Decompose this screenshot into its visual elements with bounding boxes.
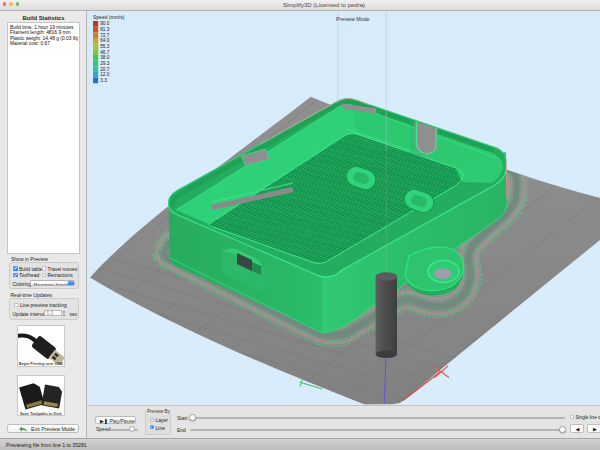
svg-text:90.0: 90.0: [100, 21, 110, 26]
svg-text:81.3: 81.3: [100, 27, 110, 32]
svg-text:20.7: 20.7: [100, 66, 110, 71]
svg-text:29.3: 29.3: [100, 61, 110, 66]
svg-text:46.7: 46.7: [100, 49, 110, 54]
svg-text:64.0: 64.0: [100, 38, 110, 43]
svg-text:55.3: 55.3: [100, 44, 110, 49]
svg-text:72.7: 72.7: [100, 32, 110, 37]
svg-text:12.0: 12.0: [100, 72, 110, 77]
svg-text:3.3: 3.3: [100, 78, 107, 83]
svg-text:38.0: 38.0: [100, 55, 110, 60]
